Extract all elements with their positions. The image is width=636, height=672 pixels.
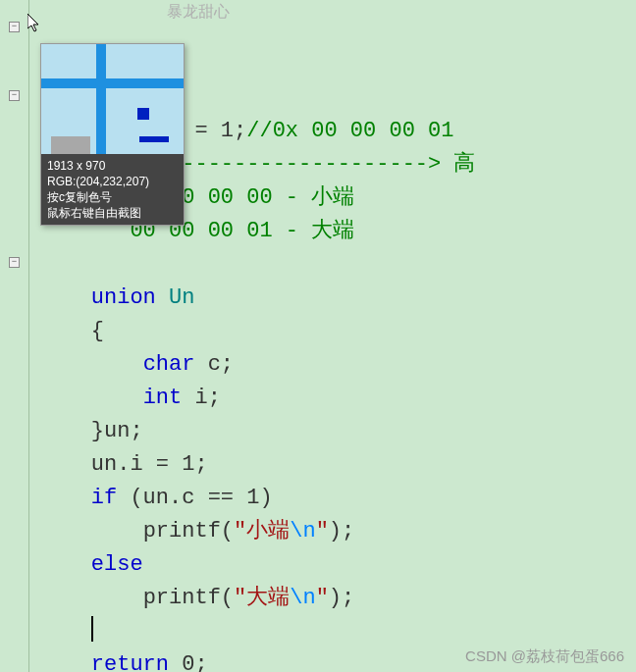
semicolon: ; bbox=[194, 652, 207, 672]
keyword: union bbox=[91, 285, 156, 310]
indent bbox=[39, 619, 91, 644]
indent bbox=[39, 586, 143, 610]
function-call: printf( bbox=[143, 586, 234, 610]
keyword: char bbox=[143, 352, 195, 377]
comment: -------------------> 高 bbox=[182, 152, 475, 177]
escape-char: \n bbox=[290, 519, 315, 543]
number: 1 bbox=[182, 452, 194, 477]
fold-toggle[interactable]: − bbox=[9, 90, 20, 101]
number: 0 bbox=[182, 652, 194, 672]
fold-toggle[interactable]: − bbox=[9, 22, 20, 32]
indent bbox=[39, 419, 91, 443]
keyword: else bbox=[91, 552, 143, 577]
watermark-bottom: CSDN @荔枝荷包蛋666 bbox=[465, 647, 624, 666]
indent bbox=[39, 352, 143, 377]
tooltip-dimensions: 1913 x 970 bbox=[47, 158, 178, 174]
keyword: int bbox=[143, 386, 183, 410]
expression: un.i = bbox=[91, 452, 182, 477]
tooltip-hint-copy: 按c复制色号 bbox=[47, 189, 178, 205]
color-picker-tooltip: 1913 x 970 RGB:(204,232,207) 按c复制色号 鼠标右键… bbox=[40, 43, 185, 226]
indent bbox=[39, 452, 91, 477]
brace: { bbox=[91, 319, 104, 343]
string: " bbox=[316, 586, 329, 610]
number: 1 bbox=[221, 119, 234, 143]
semicolon: ; bbox=[234, 119, 246, 143]
indent bbox=[39, 319, 91, 343]
tooltip-hint-rightclick: 鼠标右键自由截图 bbox=[47, 205, 178, 221]
condition: (un.c == bbox=[117, 486, 246, 510]
watermark-top: 暴龙甜心 bbox=[167, 2, 230, 23]
paren: ); bbox=[329, 586, 354, 610]
operator: = bbox=[194, 119, 220, 143]
text-cursor bbox=[91, 616, 93, 642]
tooltip-rgb: RGB:(204,232,207) bbox=[47, 174, 178, 189]
indent bbox=[39, 285, 91, 310]
string: " bbox=[316, 519, 329, 543]
keyword: if bbox=[91, 486, 117, 510]
comment: //0x 00 00 00 01 bbox=[246, 119, 453, 143]
keyword: return bbox=[91, 652, 169, 672]
fold-toggle[interactable]: − bbox=[9, 257, 20, 268]
type-name: Un bbox=[156, 285, 195, 310]
brace: }un; bbox=[91, 419, 143, 443]
function-call: printf( bbox=[143, 519, 234, 543]
escape-char: \n bbox=[290, 586, 315, 610]
space bbox=[169, 652, 182, 672]
variable: i; bbox=[182, 386, 221, 410]
string: "大端 bbox=[234, 586, 290, 610]
paren: ); bbox=[329, 519, 354, 543]
variable: c; bbox=[194, 352, 234, 377]
number: 1 bbox=[246, 486, 259, 510]
string: "小端 bbox=[234, 519, 290, 543]
indent bbox=[39, 652, 91, 672]
indent bbox=[39, 486, 91, 510]
magnifier-preview bbox=[41, 44, 184, 154]
indent bbox=[39, 386, 143, 410]
tooltip-info-panel: 1913 x 970 RGB:(204,232,207) 按c复制色号 鼠标右键… bbox=[41, 154, 184, 225]
paren: ) bbox=[259, 486, 272, 510]
semicolon: ; bbox=[194, 452, 207, 477]
fold-gutter[interactable]: − − − bbox=[0, 0, 29, 672]
indent bbox=[39, 552, 91, 577]
mouse-cursor-icon bbox=[27, 14, 43, 40]
indent bbox=[39, 519, 143, 543]
